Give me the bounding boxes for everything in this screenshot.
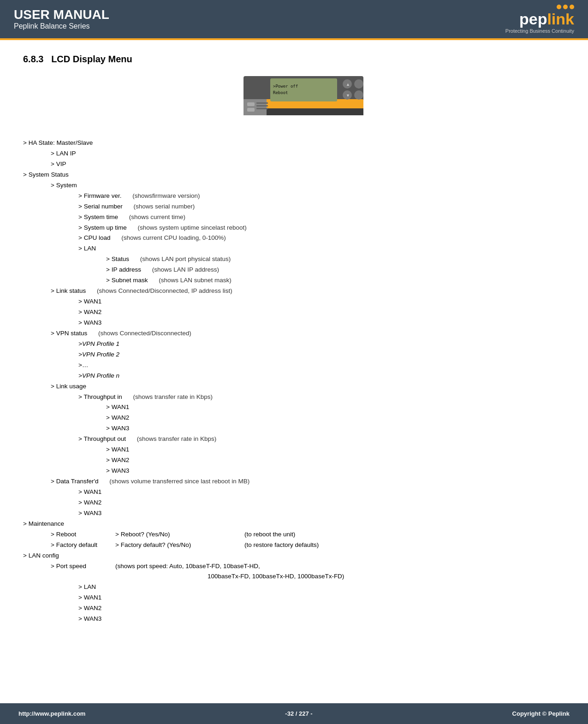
menu-row-wan2c: > WAN2 <box>23 455 565 466</box>
menu-row-subnet: > Subnet mask (shows LAN subnet mask) <box>23 275 565 286</box>
menu-row-system: > System <box>23 180 565 191</box>
reboot-label: > Reboot <box>23 529 115 540</box>
footer-page: -32 / 227 - <box>285 710 312 717</box>
svg-rect-17 <box>256 108 268 109</box>
desc-serial: (shows serial number) <box>133 202 195 212</box>
desc-datatransfer: (shows volume transferred since last reb… <box>109 476 249 487</box>
svg-rect-13 <box>247 102 255 106</box>
svg-rect-4 <box>270 78 337 101</box>
footer-copyright: Copyright © Peplink <box>512 710 570 717</box>
svg-point-10 <box>354 90 363 100</box>
desc-status: (shows LAN port physical status) <box>140 254 231 265</box>
menu-row-uptime: > System up time (shows system uptime si… <box>23 223 565 233</box>
menu-row-maintenance: > Maintenance <box>23 519 565 529</box>
section-title: 6.8.3 LCD Display Menu <box>23 54 565 65</box>
svg-rect-16 <box>256 105 268 107</box>
menu-row-lanconfig: > LAN config <box>23 551 565 561</box>
lcd-menu: > HA State: Master/Slave > LAN IP > VIP … <box>23 138 565 624</box>
portspeed-desc: (shows port speed: Auto, 10baseT-FD, 10b… <box>115 561 344 582</box>
menu-row-ipaddr: > IP address (shows LAN IP address) <box>23 265 565 275</box>
menu-row-serial: > Serial number (shows serial number) <box>23 202 565 212</box>
menu-row-vpn2: >VPN Profile 2 <box>23 350 565 360</box>
menu-row-wan1c: > WAN1 <box>23 445 565 455</box>
logo-dot-2 <box>563 5 568 9</box>
menu-row-vpnstatus: > VPN status (shows Connected/Disconnect… <box>23 328 565 339</box>
menu-row-factorydefault: > Factory default > Factory default? (Ye… <box>23 540 565 551</box>
desc-throughputout: (shows transfer rate in Kbps) <box>137 434 217 445</box>
logo-pep: pep <box>519 10 547 28</box>
menu-row-wan1d: > WAN1 <box>23 487 565 498</box>
desc-vpnstatus: (shows Connected/Disconnected) <box>98 328 191 339</box>
logo-dot-3 <box>570 5 574 9</box>
menu-row-reboot: > Reboot > Reboot? (Yes/No) (to reboot t… <box>23 529 565 540</box>
svg-rect-14 <box>247 108 255 112</box>
logo-peplink-text: peplink <box>519 10 574 28</box>
desc-cpu: (shows current CPU loading, 0-100%) <box>121 233 226 243</box>
svg-rect-3 <box>244 99 267 115</box>
menu-row-vip: > VIP <box>23 159 565 170</box>
menu-row-wan2a: > WAN2 <box>23 307 565 318</box>
page-footer: http://www.peplink.com -32 / 227 - Copyr… <box>0 703 588 724</box>
svg-rect-15 <box>256 102 268 104</box>
header-title-block: USER MANUAL Peplink Balance Series <box>14 8 109 30</box>
logo-tagline: Protecting Business Continuity <box>505 28 574 34</box>
device-illustration: >Power off Reboot ▲ ▼ <box>216 74 373 127</box>
main-content: 6.8.3 LCD Display Menu >Power off Reboot <box>0 40 588 703</box>
menu-row-lan2: > LAN <box>23 582 565 593</box>
menu-row-wan1a: > WAN1 <box>23 297 565 307</box>
menu-row-wan1b: > WAN1 <box>23 402 565 413</box>
menu-row-wan2b: > WAN2 <box>23 413 565 423</box>
menu-row-datatransfer: > Data Transfer'd (shows volume transfer… <box>23 476 565 487</box>
menu-row-wan3d: > WAN3 <box>23 508 565 519</box>
menu-row-cpu: > CPU load (shows current CPU loading, 0… <box>23 233 565 243</box>
menu-row-wan3c: > WAN3 <box>23 466 565 476</box>
menu-row-firmware: > Firmware ver. (showsfirmware version) <box>23 191 565 202</box>
logo-link: link <box>547 10 574 28</box>
svg-text:▼: ▼ <box>346 93 350 98</box>
menu-row-ha: > HA State: Master/Slave <box>23 138 565 148</box>
menu-row-portspeed: > Port speed (shows port speed: Auto, 10… <box>23 561 565 582</box>
section-number: 6.8.3 <box>23 54 43 64</box>
menu-row-linkusage: > Link usage <box>23 381 565 392</box>
svg-text:Reboot: Reboot <box>273 90 288 95</box>
menu-row-throughputout: > Throughput out (shows transfer rate in… <box>23 434 565 445</box>
logo-dot-1 <box>557 5 561 9</box>
menu-row-wan3e: > WAN3 <box>23 614 565 624</box>
menu-row-wan3a: > WAN3 <box>23 318 565 328</box>
portspeed-label: > Port speed <box>23 561 115 572</box>
peplink-logo: peplink Protecting Business Continuity <box>505 5 574 34</box>
svg-text:▲: ▲ <box>346 82 350 87</box>
menu-row-throughputin: > Throughput in (shows transfer rate in … <box>23 392 565 403</box>
menu-row-vpndot: >… <box>23 360 565 371</box>
menu-row-vpn1: >VPN Profile 1 <box>23 339 565 350</box>
menu-row-wan2d: > WAN2 <box>23 498 565 508</box>
menu-row-vpnn: >VPN Profile n <box>23 371 565 381</box>
menu-row-systime: > System time (shows current time) <box>23 212 565 223</box>
svg-point-9 <box>354 79 363 89</box>
desc-throughputin: (shows transfer rate in Kbps) <box>133 392 213 403</box>
footer-url: http://www.peplink.com <box>18 710 85 717</box>
manual-title: USER MANUAL <box>14 8 109 22</box>
menu-row-lanip: > LAN IP <box>23 148 565 159</box>
section-heading: LCD Display Menu <box>51 54 132 64</box>
page-header: USER MANUAL Peplink Balance Series pepli… <box>0 0 588 38</box>
menu-row-status: > Status (shows LAN port physical status… <box>23 254 565 265</box>
desc-firmware: (showsfirmware version) <box>132 191 200 202</box>
desc-ipaddr: (shows LAN IP address) <box>152 265 219 275</box>
menu-row-lan: > LAN <box>23 243 565 254</box>
reboot-question: > Reboot? (Yes/No) <box>115 529 244 540</box>
factory-question: > Factory default? (Yes/No) <box>115 540 244 551</box>
menu-row-wan1e: > WAN1 <box>23 593 565 603</box>
menu-row-wan2e: > WAN2 <box>23 603 565 614</box>
device-container: >Power off Reboot ▲ ▼ <box>23 74 565 127</box>
desc-uptime: (shows system uptime sincelast reboot) <box>137 223 246 233</box>
desc-systime: (shows current time) <box>129 212 185 223</box>
svg-text:>Power off: >Power off <box>273 84 298 89</box>
logo-dots <box>557 5 574 9</box>
menu-row-wan3b: > WAN3 <box>23 423 565 434</box>
desc-linkstatus: (shows Connected/Disconnected, IP addres… <box>97 286 232 297</box>
menu-row-linkstatus: > Link status (shows Connected/Disconnec… <box>23 286 565 297</box>
manual-subtitle: Peplink Balance Series <box>14 22 109 30</box>
reboot-desc: (to reboot the unit) <box>244 529 295 540</box>
factory-desc: (to restore factory defaults) <box>244 540 319 551</box>
